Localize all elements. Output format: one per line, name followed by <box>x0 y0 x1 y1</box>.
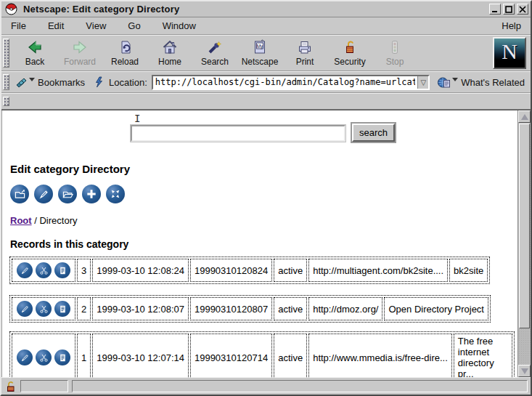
record-date: 1999-03-10 12:08:07 <box>92 297 189 320</box>
title-bar[interactable]: Netscape: Edit category Directory <box>1 1 531 17</box>
record-title: bk2site <box>449 259 488 282</box>
breadcrumb-separator: / <box>32 215 40 226</box>
forward-button[interactable]: Forward <box>57 37 102 69</box>
view-record-button[interactable] <box>54 262 70 278</box>
edit-record-button[interactable] <box>17 262 33 278</box>
location-bar-grip[interactable] <box>3 74 9 90</box>
move-category-button[interactable] <box>58 185 77 203</box>
home-button[interactable]: Home <box>147 37 192 69</box>
stop-label: Stop <box>386 57 404 67</box>
window-title: Netscape: Edit category Directory <box>23 4 487 15</box>
menu-edit[interactable]: Edit <box>46 19 66 33</box>
breadcrumb-root-link[interactable]: Root <box>10 215 32 226</box>
back-arrow-icon <box>26 39 44 56</box>
record-timestamp: 19990310120714 <box>190 334 272 377</box>
record-url: http://dmoz.org/ <box>308 297 382 320</box>
close-button[interactable] <box>517 4 528 15</box>
bookmarks-button[interactable]: Bookmarks <box>12 75 88 89</box>
scroll-up-button[interactable] <box>518 110 531 123</box>
netscape-label: Netscape <box>242 57 279 67</box>
cut-record-button[interactable] <box>36 349 52 365</box>
forward-arrow-icon <box>71 39 89 56</box>
record-id: 1 <box>77 334 91 377</box>
url-combo: ▽ <box>152 75 430 90</box>
padlock-icon <box>341 39 359 56</box>
document-icon <box>58 304 67 314</box>
window-app-icon <box>5 3 17 15</box>
collapse-x-icon <box>110 189 120 199</box>
url-dropdown-button[interactable]: ▽ <box>417 76 428 89</box>
cut-record-button[interactable] <box>36 262 52 278</box>
netscape-window: Netscape: Edit category Directory File E… <box>0 0 532 396</box>
scroll-up-icon <box>521 114 528 120</box>
pen-icon <box>20 266 30 275</box>
location-bar: Bookmarks Location: ▽ What's Related <box>1 71 531 93</box>
forward-label: Forward <box>64 57 96 67</box>
stop-button[interactable]: Stop <box>372 37 417 69</box>
personal-toolbar-grip[interactable] <box>3 97 9 106</box>
netscape-n-glyph: N <box>502 41 517 62</box>
search-form: search <box>131 124 515 142</box>
netscape-logo[interactable]: N <box>493 37 526 69</box>
text-cursor: I <box>134 113 140 124</box>
whats-related-button[interactable]: What's Related <box>435 75 526 90</box>
bookmarks-icon <box>15 76 28 88</box>
menu-window[interactable]: Window <box>160 19 198 33</box>
pen-icon <box>20 304 30 314</box>
home-icon <box>161 39 179 56</box>
reload-button[interactable]: Reload <box>102 37 147 69</box>
folder-edit-icon <box>14 189 26 200</box>
search-button-toolbar[interactable]: Search <box>192 37 237 69</box>
menu-view[interactable]: View <box>83 19 108 33</box>
view-record-button[interactable] <box>54 349 70 365</box>
print-button[interactable]: Print <box>282 37 327 69</box>
search-input[interactable] <box>131 125 345 142</box>
scissors-icon <box>39 353 49 363</box>
scissors-icon <box>39 304 49 314</box>
reload-icon <box>116 39 134 56</box>
netscape-button[interactable]: My Netscape <box>237 37 282 69</box>
cut-record-button[interactable] <box>36 301 52 317</box>
breadcrumb-current: Directory <box>39 215 77 226</box>
search-submit-button[interactable]: search <box>352 124 395 142</box>
location-bolt-icon[interactable] <box>94 76 104 88</box>
pen-icon <box>38 189 49 200</box>
scrollbar-thumb[interactable] <box>519 124 530 328</box>
scroll-down-button[interactable] <box>518 365 531 377</box>
edit-record-button[interactable] <box>17 349 33 365</box>
menu-go[interactable]: Go <box>126 19 142 33</box>
document-icon <box>58 353 67 363</box>
security-button[interactable]: Security <box>327 37 372 69</box>
print-label: Print <box>296 57 314 67</box>
add-record-button[interactable] <box>82 185 101 203</box>
open-padlock-icon <box>6 381 16 392</box>
record-3-actions <box>12 334 75 377</box>
menu-help[interactable]: Help <box>499 19 523 33</box>
my-netscape-icon: My <box>251 39 269 56</box>
document-icon <box>58 266 67 275</box>
scrollbar-track[interactable] <box>518 329 531 365</box>
toolbar-grip[interactable] <box>3 39 9 68</box>
vertical-scrollbar[interactable] <box>517 110 531 377</box>
back-button[interactable]: Back <box>12 37 57 69</box>
security-status-button[interactable] <box>4 380 17 393</box>
record-row-3: 1 1999-03-10 12:07:14 19990310120714 act… <box>9 331 515 377</box>
progress-panel <box>20 380 68 392</box>
url-input[interactable] <box>153 76 417 89</box>
menu-file[interactable]: File <box>9 19 28 33</box>
page-title: Edit category Directory <box>10 163 515 175</box>
record-url: http://multiagent.com/bk2site.... <box>308 259 448 282</box>
record-id: 2 <box>77 297 91 320</box>
record-2-actions <box>12 297 75 320</box>
location-label: Location: <box>109 77 147 88</box>
edit-folder-button[interactable] <box>10 185 29 203</box>
view-record-button[interactable] <box>54 301 70 317</box>
record-timestamp: 19990310120824 <box>190 259 272 282</box>
maximize-button[interactable] <box>503 4 515 15</box>
delete-category-button[interactable] <box>106 185 125 203</box>
close-icon <box>519 6 526 13</box>
edit-category-button[interactable] <box>34 185 53 203</box>
minimize-button[interactable] <box>489 4 501 15</box>
edit-record-button[interactable] <box>17 301 33 317</box>
breadcrumb: Root / Directory <box>10 215 515 226</box>
